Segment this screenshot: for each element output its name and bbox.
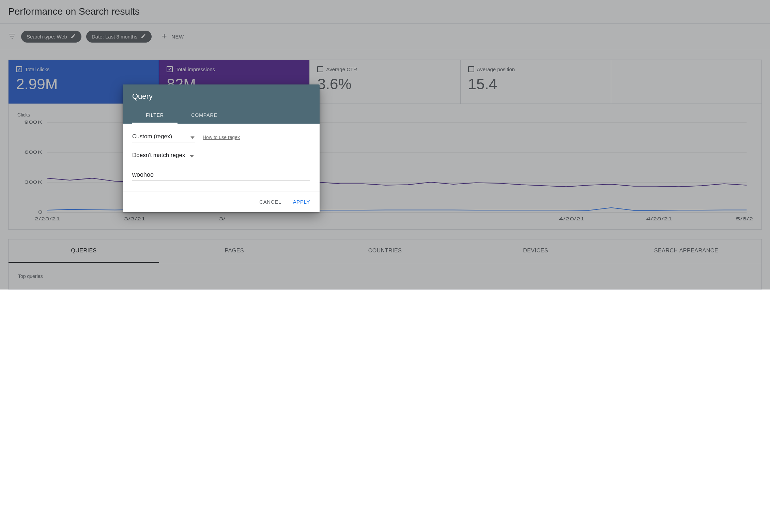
chevron-down-icon [190,135,195,141]
match-mode-select[interactable]: Doesn't match regex [132,151,195,161]
query-filter-input[interactable] [132,169,310,181]
select-value: Doesn't match regex [132,152,185,158]
dialog-header: Query FILTER COMPARE [123,84,320,124]
dialog-tabs: FILTER COMPARE [132,108,310,124]
query-dialog: Query FILTER COMPARE Custom (regex) How … [123,84,320,212]
dialog-tab-filter[interactable]: FILTER [132,108,178,124]
dialog-tab-compare[interactable]: COMPARE [178,108,231,124]
dialog-title: Query [132,92,310,101]
dialog-body: Custom (regex) How to use regex Doesn't … [123,124,320,191]
chevron-down-icon [190,153,194,160]
modal-overlay[interactable] [0,0,770,290]
dialog-actions: CANCEL APPLY [123,191,320,212]
apply-button[interactable]: APPLY [292,197,311,207]
select-value: Custom (regex) [132,133,172,140]
match-type-select[interactable]: Custom (regex) [132,132,195,142]
regex-help-link[interactable]: How to use regex [203,135,240,140]
cancel-button[interactable]: CANCEL [258,197,282,207]
